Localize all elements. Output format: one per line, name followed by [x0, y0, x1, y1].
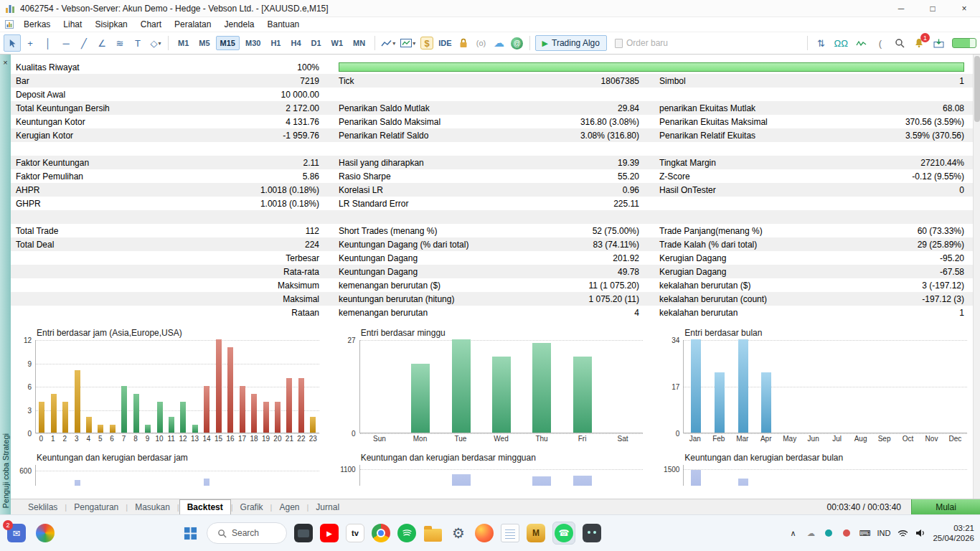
- taskbar-clock[interactable]: 03:21 25/04/2026: [933, 523, 974, 544]
- equidistant-channel-tool[interactable]: ≋: [111, 34, 128, 52]
- menu-berkas[interactable]: Berkas: [17, 18, 57, 31]
- menu-sisipkan[interactable]: Sisipkan: [88, 18, 133, 31]
- timeframe-w1[interactable]: W1: [327, 36, 348, 50]
- shapes-tool[interactable]: ◇▾: [147, 34, 164, 52]
- menu-chart[interactable]: Chart: [134, 18, 168, 31]
- menu-peralatan[interactable]: Peralatan: [168, 18, 217, 31]
- community-globe-icon[interactable]: @: [509, 34, 526, 52]
- x-tick-label: 3: [70, 435, 82, 443]
- start-button[interactable]: Mulai: [911, 499, 980, 514]
- trading-app-icon[interactable]: M: [527, 524, 545, 542]
- whatsapp-icon[interactable]: ☎: [555, 524, 573, 542]
- tray-app-icon-1[interactable]: [823, 527, 834, 539]
- charts-row-bottom: Keuntungan dan kerugian berdasar jam4506…: [11, 444, 973, 486]
- metaeditor-ide-button[interactable]: IDE: [436, 34, 453, 52]
- tab-backtest[interactable]: Backtest: [179, 499, 231, 514]
- taskbar-app-icon-2[interactable]: [36, 524, 55, 542]
- network-wifi-icon[interactable]: [897, 527, 908, 539]
- file-explorer-icon[interactable]: [423, 524, 442, 542]
- crosshair-tool[interactable]: +: [22, 34, 39, 52]
- x-tick-label: 20: [272, 435, 283, 443]
- timeframe-d1[interactable]: D1: [307, 36, 326, 50]
- tray-app-icon-2[interactable]: [841, 527, 852, 539]
- quotes-scale-icon[interactable]: ⇅: [813, 34, 830, 52]
- objects-icon[interactable]: (: [872, 34, 889, 52]
- tray-chevron-up-icon[interactable]: ∧: [787, 527, 798, 539]
- tradingview-icon[interactable]: tv: [346, 524, 364, 542]
- monitor-app-icon[interactable]: [294, 524, 313, 542]
- lock-icon[interactable]: [455, 34, 472, 52]
- settings-gear-icon[interactable]: ⚙: [449, 524, 468, 542]
- vertical-scrollbar[interactable]: [973, 55, 980, 499]
- bar: [275, 402, 281, 433]
- scrollbar-thumb[interactable]: [974, 56, 980, 122]
- indicators-icon[interactable]: ▾: [398, 34, 418, 52]
- text-tool[interactable]: T: [129, 34, 146, 52]
- timeframe-m5[interactable]: M5: [194, 36, 214, 50]
- tab-seklilas[interactable]: Seklilas: [21, 499, 65, 514]
- timeframe-mn[interactable]: MN: [349, 36, 369, 50]
- menu-lihat[interactable]: Lihat: [57, 18, 88, 31]
- panel-close-icon[interactable]: ×: [3, 59, 7, 67]
- menu-jendela[interactable]: Jendela: [217, 18, 260, 31]
- tray-keyboard-icon[interactable]: ⌨: [859, 527, 870, 539]
- firefox-icon[interactable]: [475, 524, 494, 542]
- close-button[interactable]: ×: [948, 0, 980, 17]
- spotify-icon[interactable]: [397, 524, 416, 542]
- tab-pengaturan[interactable]: Pengaturan: [67, 499, 126, 514]
- timeframe-m30[interactable]: M30: [241, 36, 265, 50]
- tab-jurnal[interactable]: Jurnal: [308, 499, 347, 514]
- chrome-icon[interactable]: [372, 524, 390, 542]
- language-indicator[interactable]: IND: [877, 529, 890, 537]
- chart-plot-area: [683, 465, 967, 486]
- notifications-bell-icon[interactable]: 1: [910, 34, 928, 52]
- search-icon[interactable]: [891, 34, 908, 52]
- maximize-button[interactable]: □: [917, 0, 948, 17]
- taskbar-badged-app-icon[interactable]: ✉ 2: [7, 524, 26, 542]
- speaker-icon[interactable]: [915, 527, 926, 539]
- menu-bantuan[interactable]: Bantuan: [261, 18, 306, 31]
- timeframe-h1[interactable]: H1: [266, 36, 285, 50]
- bar: [75, 370, 80, 433]
- x-tick-label: Sat: [603, 435, 644, 443]
- minimize-button[interactable]: ─: [885, 0, 917, 17]
- x-tick-label: 5: [94, 435, 105, 443]
- cloud-icon[interactable]: ☁: [491, 34, 508, 52]
- start-button-windows[interactable]: [181, 524, 199, 542]
- tab-grafik[interactable]: Grafik: [233, 499, 270, 514]
- x-tick-label: 0: [35, 435, 47, 443]
- broadcast-icon[interactable]: (o): [473, 34, 490, 52]
- vertical-line-tool[interactable]: │: [39, 34, 57, 52]
- youtube-icon[interactable]: ▶: [320, 524, 339, 542]
- tray-cloud-icon[interactable]: ☁: [805, 527, 816, 539]
- taskbar-search[interactable]: Search: [207, 522, 287, 544]
- cursor-tool[interactable]: [4, 34, 21, 52]
- notepad-icon[interactable]: [501, 524, 519, 542]
- report-row: Deposit Awal10 000.00: [11, 88, 973, 101]
- tab-masukan[interactable]: Masukan: [128, 499, 177, 514]
- tab-agen[interactable]: Agen: [272, 499, 306, 514]
- symbols-dollar-icon[interactable]: $: [418, 34, 435, 52]
- robot-app-icon[interactable]: [583, 524, 601, 542]
- ticks-icon[interactable]: [852, 34, 870, 52]
- inbox-download-icon[interactable]: [930, 34, 947, 52]
- chart-type-icon[interactable]: ▾: [379, 34, 397, 52]
- toolbar-right-cluster: ⇅ ΩΩ ( 1: [804, 34, 976, 52]
- timeframe-m15[interactable]: M15: [216, 36, 240, 50]
- trendline-angle-tool[interactable]: ∠: [93, 34, 110, 52]
- market-watch-icon[interactable]: ΩΩ: [832, 34, 850, 52]
- report-row: [11, 210, 973, 224]
- timeframe-m1[interactable]: M1: [174, 36, 193, 50]
- report-row: Faktor Keuntungan2.11Hasil yang diharapk…: [11, 156, 973, 169]
- new-order-button[interactable]: Order baru: [609, 36, 674, 50]
- trendline-tool[interactable]: ╱: [75, 34, 93, 52]
- chart-plot-area: [35, 465, 319, 486]
- bar: [110, 425, 116, 433]
- horizontal-line-tool[interactable]: ─: [57, 34, 75, 52]
- chart-window-icon[interactable]: [3, 19, 16, 30]
- trading-algo-button[interactable]: ▶ Trading Algo: [535, 35, 607, 51]
- timeframe-h4[interactable]: H4: [286, 36, 305, 50]
- x-tick-label: Jun: [801, 435, 825, 443]
- x-tick-label: Dec: [943, 435, 967, 443]
- x-tick-label: 2: [59, 435, 70, 443]
